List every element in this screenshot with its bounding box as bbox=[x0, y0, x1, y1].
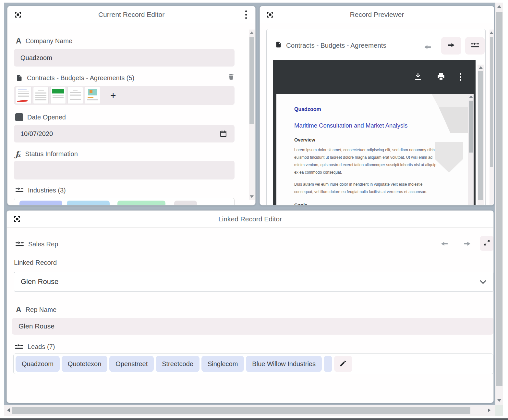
preview-field-label: Contracts - Budgets - Agreements bbox=[286, 42, 386, 49]
sales-rep-label: Sales Rep bbox=[15, 239, 58, 249]
text-field-icon: A bbox=[16, 37, 21, 45]
linked-field-icon bbox=[15, 241, 24, 248]
lead-chip[interactable]: Blue Willow Industries bbox=[246, 356, 322, 372]
lead-chip[interactable]: Openstreet bbox=[109, 356, 154, 372]
industry-chip[interactable] bbox=[19, 201, 62, 205]
document-paragraph: Lorem ipsum dolor sit amet, consectetuer… bbox=[294, 146, 440, 176]
lead-chip-partial[interactable] bbox=[324, 356, 332, 372]
attachment-thumbnail[interactable] bbox=[33, 87, 49, 104]
scrollbar-thumb[interactable] bbox=[12, 407, 470, 414]
document-goals-heading: Goals bbox=[294, 202, 440, 205]
industry-chip[interactable] bbox=[67, 201, 110, 205]
pdf-toolbar bbox=[273, 60, 476, 94]
document-company-name: Quadzoom bbox=[294, 105, 440, 113]
attachment-thumbnail[interactable] bbox=[50, 87, 66, 104]
file-icon bbox=[275, 41, 282, 50]
nav-left-icon[interactable] bbox=[423, 43, 432, 52]
scrollbar-thumb[interactable] bbox=[490, 37, 493, 167]
lead-chip[interactable]: Streetcode bbox=[156, 356, 200, 372]
linked-field-icon bbox=[15, 187, 24, 194]
industry-chip[interactable] bbox=[174, 201, 197, 205]
contracts-label: Contracts - Budgets - Agreements (5) bbox=[16, 73, 134, 83]
editor-vertical-scrollbar[interactable] bbox=[249, 30, 255, 200]
current-record-editor-header: Current Record Editor bbox=[7, 6, 255, 23]
rep-name-input[interactable]: Glen Rouse bbox=[12, 318, 493, 335]
lead-chip[interactable]: Singlecom bbox=[201, 356, 244, 372]
pdf-viewer: Quadzoom Maritime Consultation and Marke… bbox=[273, 60, 476, 205]
nav-right-icon[interactable] bbox=[463, 240, 472, 249]
page-vertical-scrollbar[interactable] bbox=[495, 3, 503, 405]
app-viewport: Current Record Editor A Company Name Qua… bbox=[0, 0, 508, 420]
nav-right-button[interactable] bbox=[441, 37, 461, 55]
panel-title: Linked Record Editor bbox=[7, 211, 493, 228]
document-body: Quadzoom Maritime Consultation and Marke… bbox=[294, 105, 440, 205]
pdf-more-vert-icon[interactable] bbox=[460, 73, 461, 81]
download-icon[interactable] bbox=[414, 72, 422, 82]
industry-chip[interactable] bbox=[117, 201, 165, 205]
scrollbar-thumb[interactable] bbox=[249, 37, 254, 124]
leads-label: Leads (7) bbox=[15, 342, 55, 352]
leads-container: Quadzoom Quotetexon Openstreet Streetcod… bbox=[13, 353, 493, 374]
industries-label: Industries (3) bbox=[15, 185, 66, 195]
preview-card: Contracts - Budgets - Agreements bbox=[266, 29, 486, 205]
linked-record-editor-panel: Linked Record Editor Sales Rep Linked Re… bbox=[6, 210, 494, 403]
pencil-icon bbox=[339, 360, 347, 368]
expand-icon bbox=[483, 239, 490, 248]
edit-leads-button[interactable] bbox=[334, 356, 352, 372]
lead-chip[interactable]: Quotetexon bbox=[62, 356, 107, 372]
linked-record-label: Linked Record bbox=[14, 259, 57, 266]
previewer-vertical-scrollbar[interactable] bbox=[490, 30, 494, 205]
document-title: Maritime Consultation and Market Analysi… bbox=[294, 122, 440, 129]
formula-icon: ƒx bbox=[15, 149, 21, 159]
attachment-thumbnail[interactable] bbox=[16, 87, 31, 104]
nav-right-icon bbox=[447, 42, 456, 50]
document-overview-heading: Overview bbox=[294, 136, 440, 144]
linked-record-select[interactable]: Glen Rouse bbox=[14, 272, 493, 292]
document-paragraph: Duis autem vel eum iriure dolor in hendr… bbox=[294, 181, 440, 196]
window-bottom-edge bbox=[0, 418, 508, 420]
date-opened-input[interactable]: 10/07/2020 bbox=[14, 125, 235, 142]
nav-left-icon[interactable] bbox=[440, 240, 449, 249]
lead-chip[interactable]: Quadzoom bbox=[16, 356, 60, 372]
chevron-down-icon bbox=[478, 277, 488, 287]
status-information-input[interactable] bbox=[14, 161, 235, 179]
preview-card-scrollbar[interactable] bbox=[478, 65, 484, 205]
attachment-thumbnail[interactable] bbox=[67, 87, 83, 104]
file-icon bbox=[16, 74, 23, 82]
scrollbar-thumb[interactable] bbox=[469, 101, 473, 153]
rep-name-label: A Rep Name bbox=[16, 305, 56, 315]
page-horizontal-scrollbar[interactable] bbox=[4, 405, 495, 416]
date-opened-label: 31 Date Opened bbox=[15, 112, 66, 122]
scrollbar-thumb[interactable] bbox=[478, 71, 483, 200]
scrollbar-corner bbox=[495, 405, 503, 416]
more-vert-icon[interactable] bbox=[245, 10, 247, 19]
add-attachment-button[interactable]: + bbox=[110, 91, 116, 100]
pdf-document-page: Quadzoom Maritime Consultation and Marke… bbox=[276, 94, 468, 205]
attachment-thumbnail[interactable] bbox=[85, 87, 100, 104]
linked-record-editor-header: Linked Record Editor bbox=[7, 211, 493, 228]
scrollbar-thumb[interactable] bbox=[496, 12, 502, 386]
company-name-input[interactable]: Quadzoom bbox=[14, 49, 235, 67]
attachments-strip: + bbox=[14, 86, 235, 105]
pdf-document-scrollbar[interactable] bbox=[468, 94, 474, 205]
current-record-editor-panel: Current Record Editor A Company Name Qua… bbox=[7, 6, 256, 205]
record-previewer-panel: Record Previewer Contracts - Budgets - A… bbox=[260, 6, 494, 205]
expand-button[interactable] bbox=[480, 236, 494, 251]
panel-title: Record Previewer bbox=[260, 6, 494, 23]
print-icon[interactable] bbox=[437, 72, 445, 82]
text-field-icon: A bbox=[16, 305, 21, 314]
calendar-31-icon: 31 bbox=[15, 113, 23, 121]
linked-field-icon bbox=[15, 343, 23, 351]
trash-icon[interactable] bbox=[228, 73, 235, 82]
tune-icon bbox=[471, 42, 479, 50]
panel-title: Current Record Editor bbox=[7, 6, 255, 23]
status-information-label: ƒx Status Information bbox=[15, 148, 78, 159]
industries-container bbox=[14, 198, 235, 205]
record-previewer-header: Record Previewer bbox=[260, 6, 494, 23]
company-name-label: A Company Name bbox=[16, 36, 72, 46]
calendar-outline-icon[interactable] bbox=[219, 130, 227, 139]
preview-settings-button[interactable] bbox=[465, 37, 485, 55]
